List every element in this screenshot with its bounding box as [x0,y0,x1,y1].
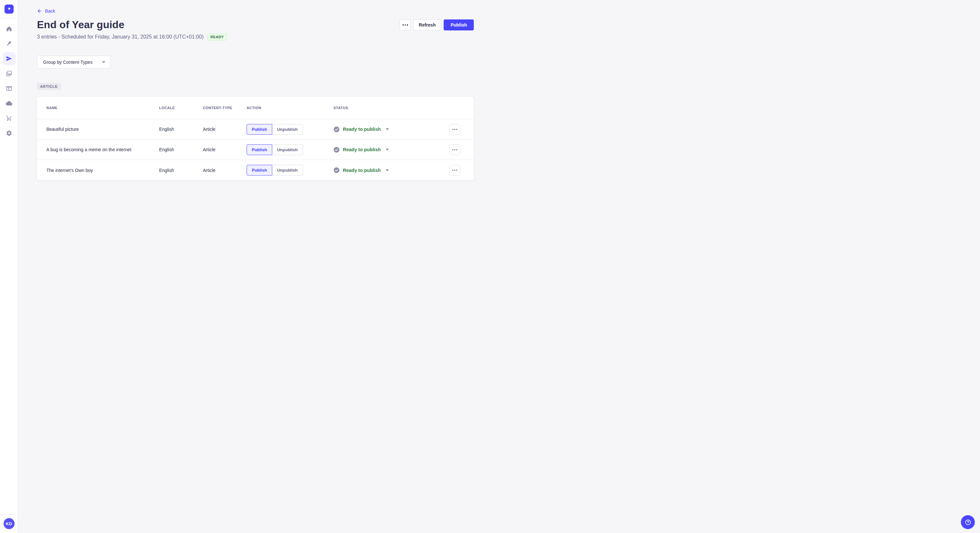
check-circle-icon [334,126,340,132]
sidebar-nav [3,22,16,140]
chevron-down-icon [386,149,389,151]
entry-more-button[interactable] [450,165,460,176]
chevron-down-icon [102,61,105,63]
page-header: End of Year guide Refresh Publish [37,19,474,30]
check-circle-icon [334,147,340,153]
strapi-logo-icon [6,6,12,12]
home-icon [6,25,12,32]
release-table-body: Beautiful picture English Article Publis… [37,119,474,180]
entry-name: The internet's Own boy [46,168,159,173]
cloud-icon [6,100,12,106]
entry-status-dropdown[interactable]: Ready to publish [334,167,450,173]
cart-icon [6,115,12,121]
entry-name: A bug is becoming a meme on the internet [46,147,159,152]
entry-name: Beautiful picture [46,127,159,132]
entry-status-dropdown[interactable]: Ready to publish [334,147,450,153]
sidebar-item-marketplace[interactable] [3,112,16,125]
ellipsis-icon [452,129,457,130]
entry-unpublish-button[interactable]: Unpublish [272,144,303,155]
column-header-status: STATUS [334,106,450,110]
entry-action-toggle: Publish Unpublish [247,144,334,155]
entry-status-label: Ready to publish [343,168,381,173]
paper-plane-icon [6,56,12,62]
sidebar-item-content-manager[interactable] [3,37,16,50]
feather-icon [6,40,12,47]
check-circle-icon [334,167,340,173]
release-entries-table: NAME LOCALE CONTENT-TYPE ACTION STATUS B… [37,97,474,180]
logo-wrap [0,0,18,18]
column-header-action: ACTION [247,106,334,110]
sidebar-item-content-type-builder[interactable] [3,82,16,95]
entry-publish-button[interactable]: Publish [247,124,272,135]
entry-locale: English [159,127,203,132]
sidebar-item-media-library[interactable] [3,67,16,80]
table-header-row: NAME LOCALE CONTENT-TYPE ACTION STATUS [37,97,474,119]
entry-status-label: Ready to publish [343,127,381,132]
arrow-left-icon [37,8,42,14]
header-actions: Refresh Publish [399,19,474,30]
back-label: Back [45,8,55,14]
chevron-down-icon [386,169,389,171]
sidebar-item-settings[interactable] [3,127,16,140]
sidebar: KD [0,0,18,266]
back-link[interactable]: Back [37,8,55,14]
entry-locale: English [159,168,203,173]
layout-icon [6,85,12,92]
entry-status-dropdown[interactable]: Ready to publish [334,126,450,132]
ellipsis-icon [452,170,457,171]
sidebar-item-deployments[interactable] [3,97,16,110]
group-by-select[interactable]: Group by Content-Types [37,56,110,69]
table-row: The internet's Own boy English Article P… [37,160,474,180]
refresh-button[interactable]: Refresh [413,19,441,30]
entry-status-label: Ready to publish [343,147,381,152]
page-title: End of Year guide [37,19,124,30]
chevron-down-icon [386,128,389,130]
entry-more-button[interactable] [450,144,460,155]
entry-publish-button[interactable]: Publish [247,165,272,176]
entry-unpublish-button[interactable]: Unpublish [272,124,303,135]
ellipsis-icon [452,149,457,150]
column-header-locale: LOCALE [159,106,203,110]
release-schedule-text: 3 entries - Scheduled for Friday, Januar… [37,34,204,40]
table-row: Beautiful picture English Article Publis… [37,119,474,140]
column-header-content-type: CONTENT-TYPE [203,106,247,110]
entry-action-toggle: Publish Unpublish [247,124,334,135]
group-by-label: Group by Content-Types [43,60,93,65]
gear-icon [6,130,12,136]
content-type-group-badge: ARTICLE [37,83,61,90]
ellipsis-icon [402,24,408,25]
strapi-logo[interactable] [5,5,14,14]
entry-publish-button[interactable]: Publish [247,144,272,155]
entry-more-button[interactable] [450,124,460,135]
entry-content-type: Article [203,127,247,132]
sidebar-item-home[interactable] [3,22,16,35]
entry-locale: English [159,147,203,152]
release-more-button[interactable] [399,19,410,30]
table-row: A bug is becoming a meme on the internet… [37,140,474,160]
sidebar-item-releases[interactable] [3,52,16,65]
column-header-name: NAME [46,106,159,110]
entry-content-type: Article [203,147,247,152]
main-content: Back End of Year guide Refresh Publish 3… [18,0,490,180]
entry-content-type: Article [203,168,247,173]
subtitle-row: 3 entries - Scheduled for Friday, Januar… [37,33,474,40]
publish-release-button[interactable]: Publish [444,19,474,30]
release-status-badge: READY [207,33,227,40]
entry-unpublish-button[interactable]: Unpublish [272,165,303,176]
images-icon [6,70,12,77]
entry-action-toggle: Publish Unpublish [247,165,334,176]
